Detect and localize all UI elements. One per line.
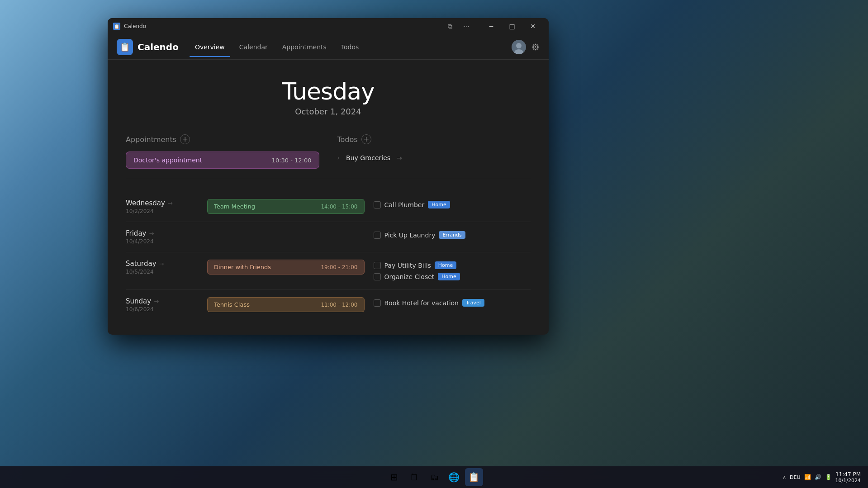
book-hotel-todo: Book Hotel for vacation Travel [374, 297, 531, 308]
organize-closet-tag: Home [438, 273, 460, 280]
more-options-button[interactable]: ⋯ [459, 19, 474, 33]
sunday-arrow-icon: → [154, 298, 159, 305]
todos-header: Todos + [337, 134, 531, 144]
pay-utility-bills-tag: Home [435, 261, 456, 269]
appointments-header: Appointments + [126, 134, 319, 144]
day-row-wednesday: Wednesday → 10/2/2024 Team Meeting 14:00… [126, 192, 531, 222]
widgets-button[interactable]: 🗒 [405, 468, 423, 486]
nav-appointments[interactable]: Appointments [277, 41, 332, 53]
wednesday-name[interactable]: Wednesday → [126, 199, 198, 207]
system-tray: ∧ DEU 📶 🔊 🔋 11:47 PM 10/1/2024 [779, 471, 864, 483]
friday-todos: Pick Up Laundry Errands [374, 229, 531, 241]
user-avatar[interactable] [512, 40, 526, 54]
battery-icon: 🔋 [825, 474, 832, 480]
day-name: Tuesday [126, 78, 531, 105]
taskbar: ⊞ 🗒 🗂 🌐 📋 ∧ DEU 📶 🔊 🔋 11:47 PM 10/1/2024 [0, 466, 868, 488]
today-section: Appointments + Doctor's appointment 10:3… [126, 134, 531, 169]
pin-button[interactable]: ⧉ [443, 19, 457, 33]
app-content: Tuesday October 1, 2024 Appointments + D… [108, 60, 549, 335]
add-todo-button[interactable]: + [361, 134, 371, 144]
close-button[interactable]: ✕ [522, 18, 543, 34]
add-appointment-button[interactable]: + [180, 134, 190, 144]
doctors-appointment-card[interactable]: Doctor's appointment 10:30 - 12:00 [126, 152, 319, 169]
file-explorer-button[interactable]: 🗂 [425, 468, 443, 486]
nav-calendar[interactable]: Calendar [234, 41, 273, 53]
friday-label: Friday → 10/4/2024 [126, 229, 198, 245]
app-window: 📋 Calendo ⧉ ⋯ ─ □ ✕ 📋 Calendo Overview C… [108, 18, 549, 335]
main-nav: Overview Calendar Appointments Todos [190, 41, 501, 53]
saturday-date: 10/5/2024 [126, 269, 198, 275]
browser-button[interactable]: 🌐 [445, 468, 463, 486]
pay-utility-bills-todo: Pay Utility Bills Home [374, 260, 531, 271]
logo-icon: 📋 [117, 39, 133, 55]
friday-date: 10/4/2024 [126, 238, 198, 245]
organize-closet-todo: Organize Closet Home [374, 271, 531, 282]
future-days-list: Wednesday → 10/2/2024 Team Meeting 14:00… [126, 192, 531, 320]
team-meeting-card[interactable]: Team Meeting 14:00 - 15:00 [207, 199, 365, 214]
saturday-todos: Pay Utility Bills Home Organize Closet H… [374, 260, 531, 282]
todo-arrow-icon[interactable]: → [397, 154, 402, 161]
friday-name[interactable]: Friday → [126, 229, 198, 237]
day-row-saturday: Saturday → 10/5/2024 Dinner with Friends… [126, 252, 531, 290]
title-bar-text: Calendo [124, 23, 439, 29]
todos-column: Todos + › Buy Groceries → [337, 134, 531, 169]
saturday-label: Saturday → 10/5/2024 [126, 260, 198, 275]
calendo-taskbar-button[interactable]: 📋 [465, 468, 483, 486]
call-plumber-tag: Home [428, 201, 450, 208]
wednesday-appointments: Team Meeting 14:00 - 15:00 [207, 199, 365, 214]
system-clock[interactable]: 11:47 PM 10/1/2024 [835, 471, 861, 483]
date-header: Tuesday October 1, 2024 [126, 78, 531, 116]
pay-utility-bills-checkbox[interactable] [374, 262, 381, 269]
saturday-appointments: Dinner with Friends 19:00 - 21:00 [207, 260, 365, 275]
minimize-button[interactable]: ─ [481, 18, 502, 34]
taskbar-center: ⊞ 🗒 🗂 🌐 📋 [385, 468, 483, 486]
sunday-name[interactable]: Sunday → [126, 297, 198, 305]
taskbar-overflow-icon[interactable]: ∧ [783, 474, 786, 480]
book-hotel-tag: Travel [462, 299, 484, 307]
book-hotel-checkbox[interactable] [374, 299, 381, 307]
wednesday-label: Wednesday → 10/2/2024 [126, 199, 198, 214]
saturday-arrow-icon: → [159, 261, 164, 267]
appointments-column: Appointments + Doctor's appointment 10:3… [126, 134, 319, 169]
todo-text: Buy Groceries [346, 154, 390, 161]
clock-time: 11:47 PM [835, 471, 861, 478]
app-logo: 📋 Calendo [117, 39, 179, 55]
header-actions: ⚙ [512, 40, 540, 54]
dinner-friends-card[interactable]: Dinner with Friends 19:00 - 21:00 [207, 260, 365, 275]
date-full: October 1, 2024 [126, 107, 531, 116]
appointment-time: 10:30 - 12:00 [272, 157, 312, 164]
section-divider [126, 178, 531, 178]
wednesday-todos: Call Plumber Home [374, 199, 531, 210]
nav-overview[interactable]: Overview [190, 41, 230, 53]
window-controls: ─ □ ✕ [481, 18, 543, 34]
call-plumber-checkbox[interactable] [374, 201, 381, 208]
maximize-button[interactable]: □ [502, 18, 522, 34]
tennis-class-card[interactable]: Tennis Class 11:00 - 12:00 [207, 297, 365, 312]
pickup-laundry-tag: Errands [439, 231, 465, 239]
app-title-icon: 📋 [113, 23, 120, 30]
today-todo-item: › Buy Groceries → [337, 152, 531, 164]
pickup-laundry-checkbox[interactable] [374, 232, 381, 239]
wifi-icon: 📶 [804, 474, 811, 480]
friday-arrow-icon: → [149, 230, 154, 237]
day-row-sunday: Sunday → 10/6/2024 Tennis Class 11:00 - … [126, 290, 531, 320]
start-button[interactable]: ⊞ [385, 468, 403, 486]
language-indicator: DEU [790, 474, 800, 480]
sunday-appointments: Tennis Class 11:00 - 12:00 [207, 297, 365, 312]
speaker-icon: 🔊 [815, 474, 821, 480]
saturday-name[interactable]: Saturday → [126, 260, 198, 268]
appointments-label: Appointments [126, 135, 176, 144]
title-bar-extra-controls: ⧉ ⋯ [443, 19, 474, 33]
app-header: 📋 Calendo Overview Calendar Appointments… [108, 34, 549, 60]
logo-text: Calendo [138, 42, 179, 52]
organize-closet-checkbox[interactable] [374, 273, 381, 280]
day-row-friday: Friday → 10/4/2024 Pick Up Laundry Erran… [126, 222, 531, 252]
svg-point-1 [516, 43, 522, 48]
wednesday-arrow-icon: → [168, 200, 173, 207]
nav-todos[interactable]: Todos [336, 41, 364, 53]
sunday-date: 10/6/2024 [126, 306, 198, 313]
sunday-todos: Book Hotel for vacation Travel [374, 297, 531, 308]
settings-button[interactable]: ⚙ [531, 42, 540, 52]
title-bar: 📋 Calendo ⧉ ⋯ ─ □ ✕ [108, 18, 549, 34]
sunday-label: Sunday → 10/6/2024 [126, 297, 198, 313]
